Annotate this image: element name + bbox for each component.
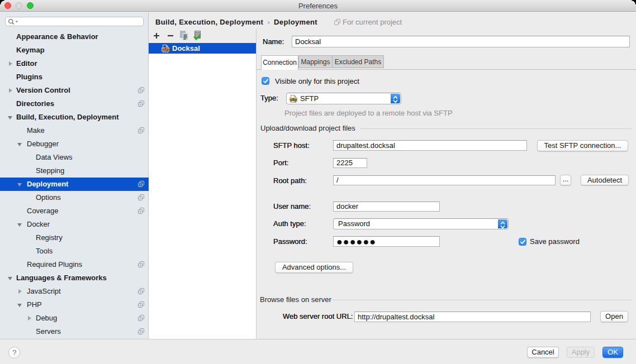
svg-text:sftp: sftp bbox=[290, 98, 297, 102]
svg-text:sftp: sftp bbox=[162, 47, 169, 52]
